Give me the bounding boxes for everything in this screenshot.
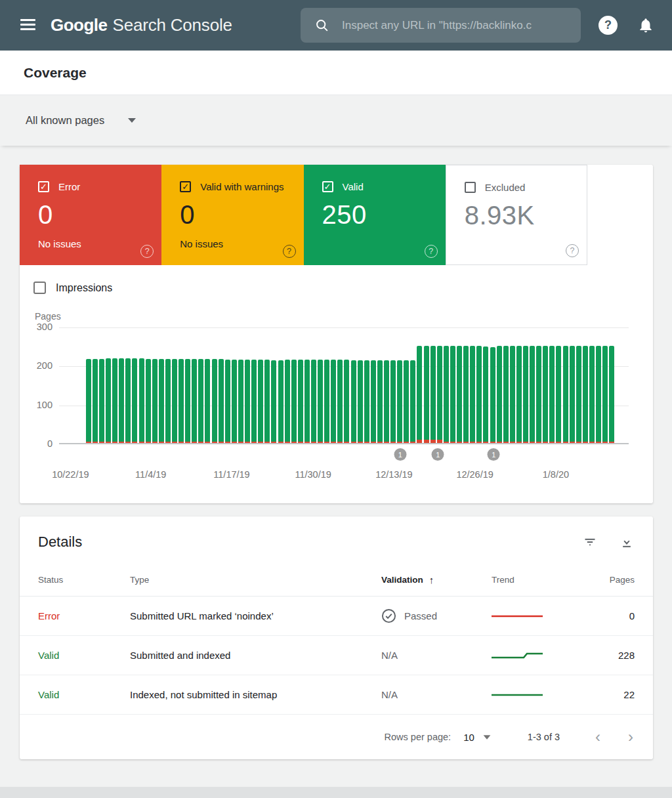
column-pages[interactable]: Pages xyxy=(583,575,635,585)
valid-warnings-card[interactable]: ✓ Valid with warnings 0 No issues ? xyxy=(161,165,303,265)
chevron-down-icon[interactable] xyxy=(483,735,490,739)
row-validation: N/A xyxy=(381,650,492,661)
card-label: Error xyxy=(58,181,80,192)
hamburger-menu-icon[interactable] xyxy=(20,19,35,33)
previous-page-button[interactable]: ‹ xyxy=(595,729,600,745)
valid-card[interactable]: ✓ Valid 250 ? xyxy=(304,165,446,265)
column-validation[interactable]: Validation ↑ xyxy=(381,574,492,585)
column-type[interactable]: Type xyxy=(130,575,381,585)
row-trend-sparkline xyxy=(492,690,583,700)
sort-ascending-icon: ↑ xyxy=(429,574,434,585)
x-axis-tick: 11/30/19 xyxy=(295,469,331,480)
y-axis-tick: 300 xyxy=(25,322,52,332)
download-icon[interactable] xyxy=(620,536,633,549)
annotation-marker[interactable]: 1 xyxy=(488,448,500,461)
excluded-checkbox[interactable]: ✓ xyxy=(465,182,476,193)
chart-bar xyxy=(523,346,528,443)
chart-bar xyxy=(331,360,336,443)
chart-bar xyxy=(119,358,124,443)
help-icon[interactable]: ? xyxy=(598,16,618,35)
row-validation: Passed xyxy=(381,608,492,623)
status-cards: ✓ Error 0 No issues ? ✓ Valid with warni… xyxy=(20,165,653,265)
column-status[interactable]: Status xyxy=(38,575,130,585)
table-row[interactable]: Valid Indexed, not submitted in sitemap … xyxy=(20,675,653,715)
chart-bar xyxy=(212,359,217,443)
filter-bar: All known pages xyxy=(0,95,672,146)
chart-bar xyxy=(576,346,581,443)
impressions-checkbox[interactable] xyxy=(33,282,46,294)
chart-bar xyxy=(324,360,329,443)
row-status: Valid xyxy=(38,650,130,661)
chart-bar xyxy=(437,346,442,443)
table-row[interactable]: Error Submitted URL marked ‘noindex’ Pas… xyxy=(20,597,653,636)
error-checkbox[interactable]: ✓ xyxy=(38,181,49,192)
chart-bar xyxy=(298,360,303,443)
chart-bar xyxy=(424,346,429,443)
table-pagination: Rows per page: 10 1-3 of 3 ‹ › xyxy=(20,715,653,759)
chart-annotation-markers: 111 xyxy=(59,448,629,463)
url-inspect-searchbox[interactable] xyxy=(301,8,581,43)
chart-bar xyxy=(476,346,482,443)
help-icon[interactable]: ? xyxy=(425,245,438,258)
chart-bar xyxy=(444,346,449,443)
chart-bar xyxy=(556,346,561,443)
page-title-bar: Coverage xyxy=(0,51,672,95)
y-axis-tick: 200 xyxy=(25,360,52,371)
chart-bar xyxy=(602,346,608,443)
row-validation: N/A xyxy=(381,689,492,700)
url-inspect-input[interactable] xyxy=(342,19,578,32)
impressions-toggle[interactable]: Impressions xyxy=(33,282,653,294)
chart-bar xyxy=(417,346,422,443)
rows-per-page-select[interactable]: 10 xyxy=(463,732,474,743)
chart-bar xyxy=(358,360,363,443)
y-axis-tick: 0 xyxy=(25,438,52,449)
annotation-marker[interactable]: 1 xyxy=(394,448,406,461)
error-card[interactable]: ✓ Error 0 No issues ? xyxy=(20,165,161,265)
table-row[interactable]: Valid Submitted and indexed N/A 228 xyxy=(20,636,653,675)
chart-bar xyxy=(152,359,158,443)
excluded-card[interactable]: ✓ Excluded 8.93K ? xyxy=(446,165,587,265)
chart-bar xyxy=(351,360,356,443)
chart-bar xyxy=(390,360,396,443)
column-trend[interactable]: Trend xyxy=(492,575,583,585)
page-title: Coverage xyxy=(24,65,87,81)
chart-bar xyxy=(285,360,290,443)
chart-bar xyxy=(185,359,190,443)
chart-bar xyxy=(410,360,415,443)
chart-bar xyxy=(404,360,409,443)
details-title: Details xyxy=(38,534,583,551)
help-icon[interactable]: ? xyxy=(283,245,296,258)
excluded-count: 8.93K xyxy=(465,201,587,230)
row-trend-sparkline xyxy=(492,650,583,661)
chart-bar xyxy=(112,358,117,443)
chart-bar xyxy=(530,346,535,443)
valid-warnings-checkbox[interactable]: ✓ xyxy=(180,181,191,192)
chart-bar xyxy=(146,359,151,443)
card-label: Excluded xyxy=(485,182,526,193)
notifications-bell-icon[interactable] xyxy=(637,16,654,37)
chart-bar xyxy=(106,358,111,443)
valid-checkbox[interactable]: ✓ xyxy=(322,181,333,192)
chevron-down-icon[interactable] xyxy=(128,118,136,123)
filter-icon[interactable] xyxy=(583,536,597,549)
x-axis-tick: 11/4/19 xyxy=(135,469,166,480)
chart-bar xyxy=(371,360,376,443)
chart-bar xyxy=(278,360,284,443)
annotation-marker[interactable]: 1 xyxy=(432,448,444,461)
chart-bar xyxy=(570,346,575,443)
chart-bar xyxy=(99,359,104,443)
chart-bar xyxy=(172,359,177,443)
row-pages: 228 xyxy=(583,650,635,661)
x-axis-tick: 10/22/19 xyxy=(52,469,89,480)
coverage-chart: Pages 3002001000 111 10/22/1911/4/1911/1… xyxy=(20,311,653,481)
x-axis-tick: 1/8/20 xyxy=(543,469,569,480)
table-header-row: Status Type Validation ↑ Trend Pages xyxy=(20,564,653,597)
card-label: Valid xyxy=(343,181,364,192)
card-label: Valid with warnings xyxy=(200,181,284,192)
chart-bar xyxy=(450,346,455,443)
help-icon[interactable]: ? xyxy=(140,245,154,258)
scope-dropdown[interactable]: All known pages xyxy=(26,114,104,127)
chart-bar xyxy=(165,359,171,443)
next-page-button[interactable]: › xyxy=(628,729,633,745)
help-icon[interactable]: ? xyxy=(566,244,579,257)
